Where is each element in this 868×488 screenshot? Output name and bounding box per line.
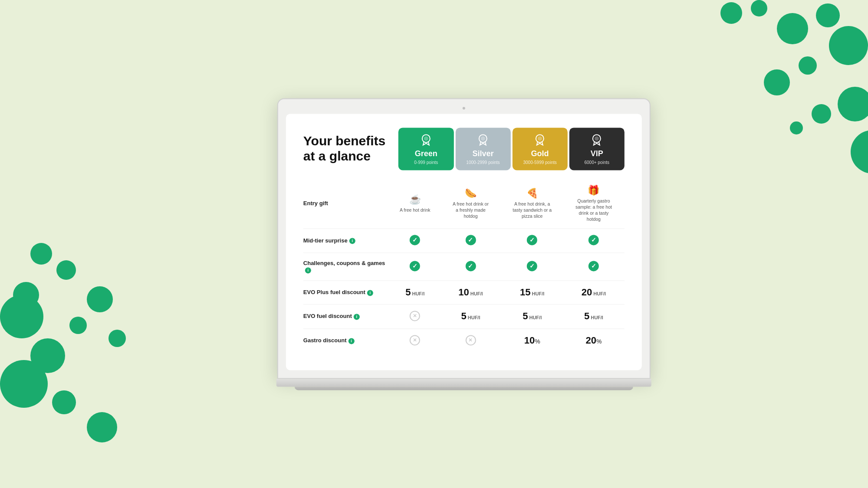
- tier-points-vip: 6000+ points: [584, 160, 609, 165]
- cell-evo-fuel-discount-vip: 5 HUF/l: [563, 305, 625, 329]
- decorative-circle-2: [777, 13, 808, 44]
- camera-dot: [463, 107, 465, 109]
- svg-point-3: [481, 136, 485, 141]
- cell-evo-fuel-discount-gold: 5 HUF/l: [501, 305, 563, 329]
- row-label-mid-tier-surprise: Mid-tier surprisei: [303, 229, 390, 253]
- gift-text-0: A free hot drink: [395, 207, 434, 213]
- row-label-challenges-coupons-games: Challenges, coupons & gamesi: [303, 253, 390, 281]
- row-label-evo-fuel-discount: EVO fuel discounti: [303, 305, 390, 329]
- decorative-circle-1: [751, 0, 767, 16]
- cell-gastro-discount-gold: 10%: [501, 329, 563, 353]
- tier-card-gold: Gold3000-5999 points: [513, 128, 568, 170]
- cell-entry-gift-gold: 🍕A free hot drink, a tasty sandwich or a…: [501, 179, 563, 229]
- check-icon: [527, 235, 537, 246]
- decorative-circle-14: [87, 286, 113, 312]
- cell-evo-plus-fuel-discount-silver: 10 HUF/l: [440, 281, 502, 305]
- table-row-mid-tier-surprise: Mid-tier surprisei: [303, 229, 625, 253]
- cross-icon: [465, 335, 476, 345]
- decorative-circle-4: [829, 26, 868, 65]
- decorative-circle-12: [0, 295, 43, 338]
- decorative-circle-6: [764, 69, 790, 95]
- tier-badge-icon-vip: [591, 134, 603, 147]
- decorative-circle-7: [838, 87, 868, 121]
- cell-evo-fuel-discount-green: [390, 305, 440, 329]
- gift-icon-3: 🎁: [566, 185, 622, 196]
- svg-point-5: [538, 136, 542, 141]
- tier-name-green: Green: [415, 149, 437, 158]
- row-label-entry-gift: Entry gift: [303, 179, 390, 229]
- cell-gastro-discount-green: [390, 329, 440, 353]
- check-icon: [589, 261, 599, 271]
- cell-challenges-coupons-games-green: [390, 253, 440, 281]
- tier-points-green: 0-999 points: [414, 160, 438, 165]
- info-icon-gastro-discount[interactable]: i: [348, 338, 354, 344]
- tier-badge-icon-gold: [534, 134, 546, 147]
- cell-evo-plus-fuel-discount-green: 5 HUF/l: [390, 281, 440, 305]
- decorative-circle-13: [56, 260, 76, 280]
- gift-text-2: A free hot drink, a tasty sandwich or a …: [513, 201, 552, 219]
- info-icon-evo-plus-fuel-discount[interactable]: i: [367, 290, 373, 296]
- tier-points-silver: 1000-2999 points: [466, 160, 500, 165]
- check-icon: [410, 261, 420, 271]
- decorative-circle-10: [851, 130, 868, 174]
- decorative-circle-3: [816, 3, 840, 27]
- table-row-entry-gift: Entry gift☕A free hot drink🌭A free hot d…: [303, 179, 625, 229]
- gift-text-3: Quarterly gastro sample: a free hot drin…: [574, 198, 613, 223]
- row-label-evo-plus-fuel-discount: EVO Plus fuel discounti: [303, 281, 390, 305]
- laptop-container: Your benefits at a glance Green0-999 poi…: [277, 98, 651, 390]
- cell-challenges-coupons-games-silver: [440, 253, 502, 281]
- gift-icon-1: 🌭: [443, 188, 499, 199]
- tier-points-gold: 3000-5999 points: [523, 160, 556, 165]
- info-icon-mid-tier-surprise[interactable]: i: [349, 238, 355, 244]
- laptop-screen: Your benefits at a glance Green0-999 poi…: [277, 98, 651, 379]
- cell-mid-tier-surprise-gold: [501, 229, 563, 253]
- header-section: Your benefits at a glance Green0-999 poi…: [303, 128, 625, 170]
- tier-name-gold: Gold: [531, 149, 549, 158]
- table-row-evo-plus-fuel-discount: EVO Plus fuel discounti5 HUF/l10 HUF/l15…: [303, 281, 625, 305]
- cell-evo-fuel-discount-silver: 5 HUF/l: [440, 305, 502, 329]
- table-row-challenges-coupons-games: Challenges, coupons & gamesi: [303, 253, 625, 281]
- cell-evo-plus-fuel-discount-gold: 15 HUF/l: [501, 281, 563, 305]
- decorative-circle-18: [0, 360, 48, 408]
- check-icon: [527, 261, 537, 271]
- check-icon: [589, 235, 599, 246]
- tier-name-vip: VIP: [591, 149, 603, 158]
- cell-challenges-coupons-games-vip: [563, 253, 625, 281]
- tier-card-silver: Silver1000-2999 points: [455, 128, 510, 170]
- laptop-foot: [295, 386, 633, 390]
- info-icon-evo-fuel-discount[interactable]: i: [354, 314, 360, 320]
- cell-challenges-coupons-games-gold: [501, 253, 563, 281]
- tier-card-vip: VIP6000+ points: [569, 128, 625, 170]
- tier-card-green: Green0-999 points: [398, 128, 454, 170]
- cell-entry-gift-vip: 🎁Quarterly gastro sample: a free hot dri…: [563, 179, 625, 229]
- cell-mid-tier-surprise-green: [390, 229, 440, 253]
- cell-mid-tier-surprise-vip: [563, 229, 625, 253]
- check-icon: [465, 235, 476, 246]
- laptop-base: [276, 379, 651, 386]
- decorative-circle-19: [52, 390, 76, 414]
- tier-badge-icon-green: [420, 134, 432, 147]
- decorative-circle-15: [69, 317, 87, 334]
- svg-point-1: [424, 136, 428, 141]
- cell-mid-tier-surprise-silver: [440, 229, 502, 253]
- tier-name-silver: Silver: [472, 149, 493, 158]
- decorative-circle-8: [812, 104, 831, 124]
- svg-point-7: [595, 136, 599, 141]
- benefits-table: Entry gift☕A free hot drink🌭A free hot d…: [303, 179, 625, 353]
- cell-entry-gift-silver: 🌭A free hot drink or a freshly made hotd…: [440, 179, 502, 229]
- tier-headers: Green0-999 points Silver1000-2999 points…: [398, 128, 625, 170]
- tier-badge-icon-silver: [477, 134, 489, 147]
- info-icon-challenges-coupons-games[interactable]: i: [305, 267, 311, 273]
- page-title: Your benefits at a glance: [303, 134, 385, 164]
- decorative-circle-9: [790, 121, 803, 134]
- check-icon: [465, 261, 476, 271]
- cross-icon: [410, 335, 420, 345]
- table-row-evo-fuel-discount: EVO fuel discounti5 HUF/l5 HUF/l5 HUF/l: [303, 305, 625, 329]
- table-row-gastro-discount: Gastro discounti10%20%: [303, 329, 625, 353]
- gift-text-1: A free hot drink or a freshly made hotdo…: [451, 201, 490, 219]
- decorative-circle-5: [799, 56, 817, 75]
- gift-icon-2: 🍕: [504, 188, 560, 199]
- cell-evo-plus-fuel-discount-vip: 20 HUF/l: [563, 281, 625, 305]
- cross-icon: [410, 311, 420, 321]
- screen-content: Your benefits at a glance Green0-999 poi…: [286, 114, 642, 370]
